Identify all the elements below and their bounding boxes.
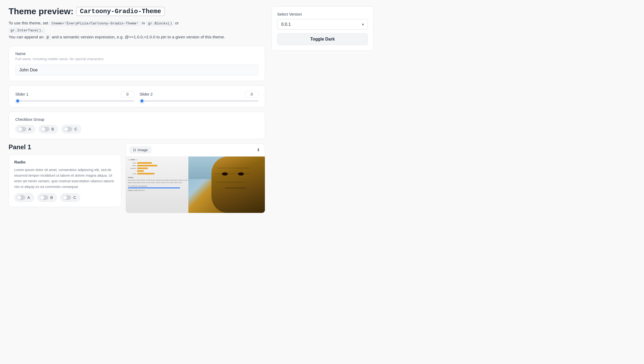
version-select-wrapper: 0.0.1 ▼: [277, 19, 368, 30]
checkbox-label-c: C: [74, 127, 77, 131]
chart-overlay: — chart — Type Rank Leo: [126, 156, 195, 213]
slider1-label: Slider 1: [15, 92, 28, 96]
checkbox-label-b: B: [52, 127, 54, 131]
code-interface: gr.Interface().: [9, 28, 45, 33]
range-label: TV_scale (for smoothness): [128, 185, 193, 187]
chart-bar-5: Lynx: [128, 173, 193, 174]
slider1-value: 0: [121, 91, 134, 97]
slider2-thumb[interactable]: [140, 99, 144, 103]
checkbox-item-a[interactable]: A: [15, 125, 35, 133]
image-tab-icon: ⊡: [133, 148, 136, 152]
slider1-track[interactable]: [15, 100, 134, 102]
sliders-card: Slider 1 0 Slider 2 0: [9, 85, 265, 107]
image-panel: ⊡ Image ⬇ — chart — Type: [126, 143, 265, 213]
radio-item-c[interactable]: C: [60, 193, 80, 202]
slider1-thumb[interactable]: [15, 99, 20, 103]
chart-area: — chart — Type Rank Leo: [126, 156, 195, 213]
theme-name-badge: Cartoony-Gradio-Theme: [76, 7, 165, 16]
chart-bar-3: Leopard: [128, 168, 193, 169]
name-sublabel: Full name, including middle name. No spe…: [15, 57, 258, 61]
slider2-group: Slider 2 0: [140, 91, 258, 102]
radio-card: Radio Lorem ipsum dolor sit amet, consec…: [9, 155, 121, 207]
checkbox-label: Checkbox Group: [15, 117, 258, 122]
radio-toggle-a[interactable]: [17, 195, 25, 200]
image-panel-header: ⊡ Image ⬇: [126, 144, 265, 156]
page-title: Theme preview: Cartoony-Gradio-Theme: [9, 6, 265, 16]
select-version-label: Select Version: [277, 12, 368, 16]
radio-toggle-b[interactable]: [40, 195, 48, 200]
radio-title: Radio: [14, 160, 116, 164]
radio-label-c: C: [73, 195, 76, 200]
slider2-track[interactable]: [140, 100, 258, 102]
version-panel: Select Version 0.0.1 ▼ Toggle Dark: [272, 6, 374, 51]
chart-bar-4: ...: [128, 170, 193, 172]
radio-item-b[interactable]: B: [37, 193, 57, 202]
radio-item-a[interactable]: A: [14, 193, 34, 202]
checkbox-toggle-c[interactable]: [64, 127, 72, 132]
checkbox-toggle-b[interactable]: [41, 127, 49, 132]
title-prefix: Theme preview:: [9, 6, 74, 16]
slider1-group: Slider 1 0: [15, 91, 134, 102]
panel1-title: Panel 1: [9, 143, 121, 151]
radio-text: Lorem ipsum dolor sit amet, consectetur …: [14, 167, 116, 190]
checkbox-item-c[interactable]: C: [61, 125, 81, 133]
checkbox-toggle-a[interactable]: [18, 127, 26, 132]
name-label: Name: [15, 52, 258, 56]
code-theme: theme='EveryPizza/Cartoony-Gradio-Theme': [49, 21, 141, 26]
groot-mouth: [225, 188, 246, 188]
groot-eye-left: [222, 172, 228, 176]
name-card: Name Full name, including middle name. N…: [9, 46, 265, 81]
output-label: Output: [128, 177, 193, 178]
chart-bar-2: Rank: [128, 165, 193, 166]
output-text: The tower is 324 metres (1,063 ft) tall,…: [128, 179, 193, 184]
chart-title: — chart —: [128, 159, 193, 161]
slider2-value: 0: [245, 91, 258, 97]
radio-label-a: A: [27, 195, 30, 200]
range2-label: Range_Scale (out of re...: [128, 190, 193, 191]
version-select[interactable]: 0.0.1: [277, 19, 368, 30]
checkbox-group: A B C: [15, 125, 258, 133]
radio-toggle-c[interactable]: [63, 195, 71, 200]
name-input[interactable]: [15, 65, 258, 75]
range-bar: [128, 187, 180, 188]
toggle-dark-button[interactable]: Toggle Dark: [277, 33, 368, 45]
groot-area: [188, 156, 265, 213]
groot-eye-right: [238, 172, 244, 176]
panel1-container: Panel 1 Radio Lorem ipsum dolor sit amet…: [9, 143, 121, 213]
code-at: @: [45, 35, 51, 40]
description-text: To use this theme, set theme='EveryPizza…: [9, 20, 265, 41]
image-panel-inner: ⊡ Image ⬇ — chart — Type: [126, 143, 265, 213]
radio-options: A B C: [14, 193, 116, 202]
checkbox-label-a: A: [28, 127, 31, 131]
sidebar: Select Version 0.0.1 ▼ Toggle Dark: [272, 6, 374, 213]
download-button[interactable]: ⬇: [255, 146, 261, 154]
checkbox-item-b[interactable]: B: [38, 125, 58, 133]
chart-bar-1: Type: [128, 162, 193, 164]
groot-image: [188, 156, 265, 213]
image-tab[interactable]: ⊡ Image: [130, 147, 151, 153]
checkbox-card: Checkbox Group A B C: [9, 112, 265, 139]
slider2-label: Slider 2: [140, 92, 153, 96]
image-container: — chart — Type Rank Leo: [126, 156, 265, 213]
radio-label-b: B: [50, 195, 53, 200]
code-blocks: gr.Blocks(): [146, 21, 174, 26]
image-tab-label: Image: [138, 148, 148, 152]
